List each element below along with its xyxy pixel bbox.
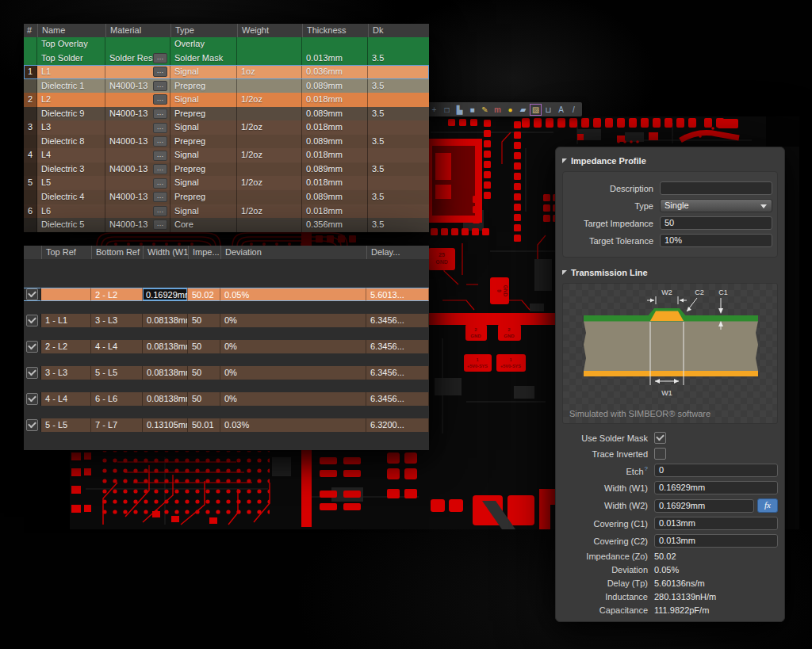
diagram-label-w2: W2 [661,288,672,296]
width-w1-input[interactable]: 0.16929mm [654,481,778,494]
collapse-triangle-icon [562,158,567,163]
row-checkbox[interactable] [26,367,38,379]
section-title: Impedance Profile [571,156,646,166]
material-picker-button[interactable]: … [153,151,167,161]
covering-c2-label: Covering (C2) [562,536,648,546]
row-checkbox[interactable] [26,315,38,326]
material-picker-button[interactable]: … [153,53,167,63]
width-w2-input[interactable]: 0.16929mm [654,499,754,513]
table-row[interactable]: Dielectric 9 N4000-13… Prepreg 0.089mm 3… [24,107,429,121]
description-label: Description [568,184,653,193]
description-input[interactable] [660,181,772,195]
impedance-row[interactable]: 5 - L5 7 - L7 0.13105mm 50.01 0.03% 6.32… [24,418,429,432]
impedance-row-selected[interactable]: 2 - L2 0.16929mm 50.02 0.05% 5.6013... [24,288,429,301]
polygon-pour-icon[interactable]: ▰ [517,104,529,116]
impedance-header-row: Top Ref Bottom Ref Width (W1) Impe... De… [24,246,429,259]
layer-stack-manager-screen: 25 GND 9 GND 2 GND 2 GND 1 +5V0-SYS 1 +5… [0,0,812,649]
fill-plane-icon[interactable]: ■ [466,104,478,116]
use-solder-mask-checkbox[interactable] [654,432,666,444]
material-picker-button[interactable]: … [153,81,167,91]
layer-stack-table: # Name Material Type Weight Thickness Dk… [24,24,429,232]
transmission-line-section-header[interactable]: Transmission Line [562,265,778,280]
svg-text:+5V0-SYS: +5V0-SYS [467,364,488,368]
table-row[interactable]: 4 L4 … Signal 1/2oz 0.018mm [24,148,429,162]
impedance-row[interactable]: 2 - L2 4 - L4 0.08138mm 50 0% 6.3456... [24,340,429,353]
capacitance-label: Capacitance [562,605,648,616]
diagram-label-c1: C1 [718,288,728,296]
histogram-icon[interactable]: ▙ [454,104,465,116]
width-edit-field[interactable]: 0.16929mm [143,288,187,300]
arc-icon[interactable]: ⊔ [542,104,554,116]
impedance-properties-panel: Impedance Profile Description Type Singl… [555,147,785,622]
table-row[interactable]: Dielectric 5 N4000-13… Core 0.356mm 3.5 [24,218,429,232]
crosshair-cursor-icon[interactable]: + [428,104,440,116]
material-picker-button[interactable]: … [153,136,167,147]
impedance-row[interactable]: 4 - L4 6 - L6 0.08138mm 50 0% 6.3456... [24,392,429,406]
width-w2-label: Width (W2) [562,501,648,510]
row-checkbox[interactable] [26,419,38,431]
row-checkbox[interactable] [26,341,38,353]
type-dropdown[interactable]: Single [660,199,772,212]
pcb-pad-label: 9 [496,289,502,292]
covering-c2-input[interactable]: 0.013mm [654,534,778,548]
type-label: Type [568,201,653,211]
text-string-icon[interactable]: A [555,104,567,116]
pcb-toolbar: + □ ▙ ■ ✎ m ● ▰ ▨ ⊔ A / [427,102,582,116]
table-row[interactable]: 5 L5 … Signal 1/2oz 0.018mm [24,176,429,190]
material-picker-button[interactable]: … [153,206,167,216]
width-w1-label: Width (W1) [562,483,648,493]
material-picker-button[interactable]: … [153,192,167,202]
table-row[interactable]: Dielectric 4 N4000-13… Prepreg 0.089mm 3… [24,190,429,204]
impedance-row[interactable]: 1 - L1 3 - L3 0.08138mm 50 0% 6.3456... [24,314,429,327]
bulb-icon[interactable]: ● [504,104,516,116]
material-picker-button[interactable]: … [153,94,167,105]
impedance-profile-group: Description Type Single Target Impedance… [562,171,778,258]
material-picker-button[interactable]: … [153,67,167,77]
row-checkbox[interactable] [26,288,38,300]
table-row[interactable]: Dielectric 3 N4000-13… Prepreg 0.089mm 3… [24,162,429,177]
table-row[interactable]: Top Solder Solder Resist… Solder Mask 0.… [24,52,429,66]
pcb-pad-label: 25 [439,252,445,258]
impedance-profile-section-header[interactable]: Impedance Profile [562,154,778,168]
target-impedance-input[interactable]: 50 [660,216,772,230]
col-delay: Delay... [366,246,429,259]
trace-inverted-checkbox[interactable] [654,448,666,460]
pad-editor-icon[interactable]: ▨ [530,104,542,116]
line-icon[interactable]: / [568,104,580,116]
col-bottom-ref: Bottom Ref [91,246,143,259]
layer-stack-header-row: # Name Material Type Weight Thickness Dk [24,24,429,37]
interactive-route-icon[interactable]: m [492,104,504,116]
target-tolerance-input[interactable]: 10% [660,234,772,247]
table-row[interactable]: 2 L2 … Signal 1/2oz 0.018mm [24,93,429,107]
pcb-pad-label: GND [503,285,508,297]
material-picker-button[interactable]: … [153,178,167,189]
table-row-selected[interactable]: 1 L1 … Signal 1oz 0.036mm [24,65,429,79]
fx-formula-button[interactable]: fx [757,498,778,513]
col-num: # [24,24,37,37]
etch-input[interactable]: 0 [654,464,778,477]
inductance-label: Inductance [562,592,648,602]
diagram-label-w1: W1 [661,389,672,397]
use-solder-mask-label: Use Solder Mask [562,433,648,443]
material-picker-button[interactable]: … [153,123,167,133]
table-row[interactable]: Top Overlay Overlay [24,37,429,52]
col-weight: Weight [237,24,302,37]
covering-c1-input[interactable]: 0.013mm [654,517,778,530]
table-row[interactable]: Dielectric 8 N4000-13… Prepreg 0.089mm 3… [24,135,429,149]
row-checkbox[interactable] [26,393,38,405]
svg-text:GND: GND [470,334,481,338]
pencil-route-icon[interactable]: ✎ [479,104,491,116]
collapse-triangle-icon [562,270,567,275]
selection-rect-icon[interactable]: □ [441,104,453,116]
delay-tp-label: Delay (Tp) [562,578,648,589]
material-picker-button[interactable]: … [153,220,167,230]
material-picker-button[interactable]: … [153,164,167,174]
material-picker-button[interactable]: … [153,109,167,119]
impedance-row[interactable]: 3 - L3 5 - L5 0.08138mm 50 0% 6.3456... [24,366,429,380]
table-row[interactable]: 6 L6 … Signal 1/2oz 0.018mm [24,204,429,219]
inductance-value: 280.13139nH/m [654,592,716,602]
table-row[interactable]: Dielectric 1 N4000-13… Prepreg 0.089mm 3… [24,79,429,94]
simbeor-caption: Simulated with SIMBEOR® software [569,409,710,418]
deviation-value: 0.05% [654,565,679,575]
table-row[interactable]: 3 L3 … Signal 1/2oz 0.018mm [24,120,429,135]
